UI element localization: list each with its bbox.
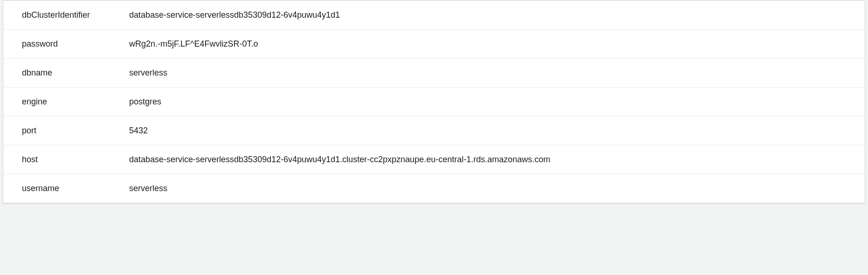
secret-value: database-service-serverlessdb35309d12-6v… bbox=[129, 1, 865, 30]
secret-values-panel: dbClusterIdentifier database-service-ser… bbox=[3, 0, 865, 203]
secret-value: serverless bbox=[129, 174, 865, 203]
secret-key: username bbox=[3, 174, 129, 203]
secret-value: 5432 bbox=[129, 117, 865, 145]
secret-value: wRg2n.-m5jF.LF^E4FwvlizSR-0T.o bbox=[129, 30, 865, 59]
secret-value: postgres bbox=[129, 88, 865, 117]
table-row: engine postgres bbox=[3, 88, 865, 117]
table-row: username serverless bbox=[3, 174, 865, 203]
table-row: dbname serverless bbox=[3, 59, 865, 88]
secret-value: database-service-serverlessdb35309d12-6v… bbox=[129, 145, 865, 174]
secret-values-table: dbClusterIdentifier database-service-ser… bbox=[3, 0, 865, 203]
table-row: host database-service-serverlessdb35309d… bbox=[3, 145, 865, 174]
secret-key: password bbox=[3, 30, 129, 59]
secret-value: serverless bbox=[129, 59, 865, 88]
secret-key: port bbox=[3, 117, 129, 145]
secret-key: host bbox=[3, 145, 129, 174]
secret-key: dbClusterIdentifier bbox=[3, 1, 129, 30]
table-row: password wRg2n.-m5jF.LF^E4FwvlizSR-0T.o bbox=[3, 30, 865, 59]
secret-key: dbname bbox=[3, 59, 129, 88]
secret-key: engine bbox=[3, 88, 129, 117]
table-row: dbClusterIdentifier database-service-ser… bbox=[3, 1, 865, 30]
table-row: port 5432 bbox=[3, 117, 865, 145]
